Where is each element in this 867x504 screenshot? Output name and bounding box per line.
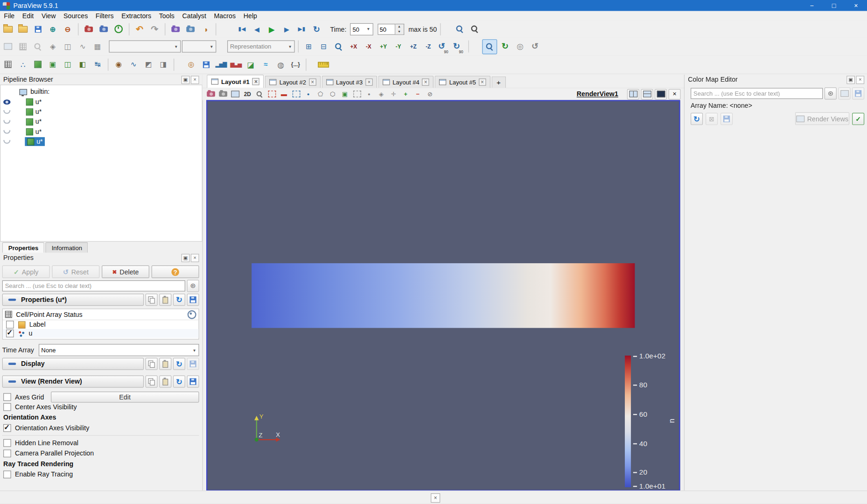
split-vertical-icon[interactable]	[641, 89, 653, 99]
set-view-minus-z-button[interactable]: -Z	[421, 40, 435, 54]
close-tab-icon[interactable]	[365, 78, 372, 85]
render-view-canvas[interactable]: Y X Z 1.0e+02 80 60 40 20 1.0e+01 u	[206, 100, 680, 491]
connect-server-icon[interactable]: ⊕	[46, 22, 60, 36]
close-panel-icon[interactable]	[191, 76, 199, 84]
open-file-icon[interactable]	[1, 22, 15, 36]
representation-select[interactable]: Representation	[227, 41, 295, 53]
python-calculator-icon[interactable]: {...}	[289, 57, 303, 71]
save-screenshot-icon[interactable]	[82, 22, 96, 36]
close-view-icon[interactable]	[669, 89, 681, 99]
group-datasets-icon[interactable]: ▣	[46, 57, 60, 71]
spin-down-icon[interactable]: ▼	[395, 29, 404, 34]
next-frame-button[interactable]	[280, 22, 294, 36]
save-colormap-icon[interactable]	[720, 112, 733, 125]
spin-up-icon[interactable]: ▲	[395, 24, 404, 29]
loop-button[interactable]	[310, 22, 324, 36]
reset-view-icon[interactable]	[173, 376, 185, 388]
undock-icon[interactable]: ▣	[846, 76, 855, 84]
maximize-button[interactable]	[823, 0, 845, 11]
toggle-2d-button[interactable]: 2D	[242, 89, 253, 98]
previous-frame-button[interactable]	[250, 22, 264, 36]
merge-blocks-icon[interactable]: ◧	[76, 57, 90, 71]
camera-undo-icon[interactable]	[168, 22, 182, 36]
dismiss-progress-icon[interactable]	[431, 493, 440, 503]
axes-grid-edit-button[interactable]: Edit	[51, 392, 199, 403]
undo-icon[interactable]	[133, 22, 147, 36]
plot-over-line-icon[interactable]: ∿	[126, 57, 140, 71]
zoom-to-box-icon[interactable]	[254, 89, 265, 98]
adjust-camera-icon[interactable]	[230, 89, 241, 98]
probe-icon[interactable]: ◎	[184, 57, 198, 71]
rotate-90-ccw-button[interactable]: 90	[436, 40, 450, 54]
select-block-icon[interactable]: ▣	[340, 89, 350, 98]
reset-center-icon[interactable]: ↻	[498, 40, 512, 54]
camera-redo-icon[interactable]	[183, 22, 197, 36]
annotate-time-icon[interactable]: ◨	[156, 57, 170, 71]
clear-selection-icon[interactable]: ⊘	[425, 89, 435, 98]
label-checkbox[interactable]	[6, 321, 14, 329]
grow-selection-icon[interactable]: +	[400, 89, 411, 98]
extract-block-icon[interactable]: ◫	[61, 57, 75, 71]
select-points-rectangle-icon[interactable]: ▬	[279, 89, 289, 98]
menu-tools[interactable]: Tools	[155, 11, 178, 20]
search-options-gear-icon[interactable]: ⊛	[825, 87, 837, 99]
menu-sources[interactable]: Sources	[60, 11, 92, 20]
set-view-plus-x-button[interactable]: +X	[347, 40, 361, 54]
interactive-select-points-icon[interactable]: ●	[364, 89, 375, 98]
select-cells-frustum-icon[interactable]	[291, 89, 301, 98]
menu-edit[interactable]: Edit	[19, 11, 38, 20]
menu-catalyst[interactable]: Catalyst	[178, 11, 210, 20]
undock-icon[interactable]: ▣	[182, 253, 190, 262]
contour-icon[interactable]: ◍	[274, 57, 288, 71]
minimize-button[interactable]	[801, 0, 823, 11]
tab-layout-3[interactable]: Layout #3	[322, 76, 377, 88]
pipeline-item-row[interactable]: u*	[0, 126, 44, 136]
rescale-custom-icon[interactable]: ⊟	[317, 40, 331, 54]
color-legend-bar[interactable]	[625, 356, 631, 487]
stream-tracer-icon[interactable]: ≈	[259, 57, 273, 71]
freeze-selection-icon[interactable]: ◈	[46, 40, 60, 54]
transform-icon[interactable]: ↹	[91, 57, 105, 71]
calculator-icon[interactable]	[1, 57, 15, 71]
pick-center-icon[interactable]: ◎	[513, 40, 527, 54]
save-frame-icon[interactable]	[199, 57, 213, 71]
query-data-icon[interactable]	[1, 40, 15, 54]
orientation-visibility-row[interactable]: Orientation Axes Visibility	[3, 424, 89, 432]
rescale-to-data-icon[interactable]: ⊞	[302, 40, 316, 54]
section-properties-bar[interactable]: Properties (u*)	[2, 294, 144, 306]
reset-display-icon[interactable]	[173, 358, 185, 370]
visibility-eye-icon[interactable]	[3, 110, 10, 113]
plot-selection-icon[interactable]: ∿	[76, 40, 90, 54]
section-display-bar[interactable]: Display	[2, 358, 144, 370]
toggle-all-arrays-icon[interactable]	[188, 310, 196, 319]
auto-apply-icon[interactable]	[112, 22, 126, 36]
rescale-visible-icon[interactable]	[332, 40, 346, 54]
visibility-eye-icon[interactable]	[3, 140, 10, 143]
select-points-polygon-icon[interactable]: ⬡	[328, 89, 338, 98]
visibility-eye-icon[interactable]	[3, 130, 10, 133]
find-data-icon[interactable]	[31, 40, 45, 54]
save-data-icon[interactable]	[31, 22, 45, 36]
menu-file[interactable]: File	[0, 11, 19, 20]
selection-display-icon[interactable]: ▦	[91, 40, 105, 54]
array-row-label[interactable]: Label	[3, 320, 198, 329]
frame-input[interactable]	[378, 23, 395, 35]
enable-raytrace-row[interactable]: Enable Ray Tracing	[3, 470, 73, 478]
save-defaults-icon[interactable]	[187, 294, 199, 306]
paste-display-icon[interactable]	[159, 358, 171, 370]
center-axes-checkbox[interactable]	[3, 403, 11, 411]
capture-screenshot-icon[interactable]	[218, 89, 229, 98]
point-interpolator-icon[interactable]: ∴	[16, 57, 30, 71]
apply-button[interactable]: Apply	[2, 266, 50, 278]
menu-help[interactable]: Help	[239, 11, 261, 20]
set-view-plus-z-button[interactable]: +Z	[406, 40, 420, 54]
axes-grid-checkbox[interactable]	[3, 393, 11, 401]
extract-selection-icon[interactable]: ◫	[61, 40, 75, 54]
histogram-icon[interactable]: ▂▅▇	[214, 57, 228, 71]
reset-camera-icon[interactable]: ↺	[528, 40, 542, 54]
set-view-minus-x-button[interactable]: -X	[362, 40, 376, 54]
close-tab-icon[interactable]	[309, 78, 316, 85]
color-array-select[interactable]	[109, 41, 181, 53]
disconnect-server-icon[interactable]: ⊖	[61, 22, 75, 36]
camera-parallel-checkbox[interactable]	[3, 449, 11, 457]
